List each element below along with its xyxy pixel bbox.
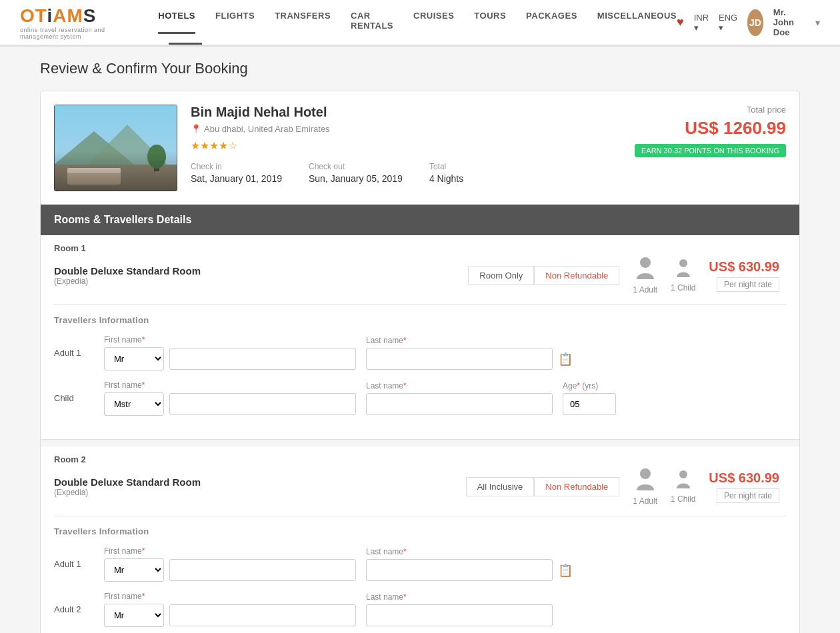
room-2-adult1-lastname-input[interactable] [366, 559, 553, 581]
svg-rect-6 [67, 168, 121, 173]
nav-links: HOTELS FLIGHTS TRANSFERS CAR RENTALS CRU… [158, 11, 677, 34]
room-1-block: Room 1 Double Deluxe Standard Room (Expe… [41, 235, 799, 440]
room-1-per-night: Per night rate [717, 277, 779, 292]
check-out: Check out Sun, January 05, 2019 [309, 162, 403, 184]
nav-cruises[interactable]: CRUISES [413, 11, 454, 34]
favorites-icon[interactable]: ♥ [677, 15, 684, 29]
svg-rect-5 [67, 168, 121, 185]
room-divider [41, 440, 799, 446]
room-2-provider: (Expedia) [54, 488, 459, 497]
user-name[interactable]: Mr. John Doe [773, 7, 805, 37]
svg-rect-3 [54, 165, 177, 191]
room-1-adult-label: 1 Adult [633, 285, 657, 295]
nav-tours[interactable]: TOURS [474, 11, 506, 34]
check-in-label: Check in [191, 162, 282, 171]
points-badge: EARN 30.32 POINTS ON THIS BOOKING [635, 144, 786, 157]
room-2-per-night: Per night rate [717, 488, 779, 503]
total-value: 4 Nights [429, 173, 463, 184]
paste-icon-2[interactable]: 📋 [558, 563, 573, 578]
svg-point-11 [640, 468, 651, 479]
room-2-label: Room 2 [54, 454, 86, 464]
room-2-adult2-firstname-input[interactable] [169, 604, 356, 626]
avatar: JD [747, 9, 763, 36]
price-label: Total price [635, 105, 786, 115]
room-1-child-title-select[interactable]: MstrMiss [104, 392, 164, 416]
room-2-travellers-title: Travellers Information [54, 526, 786, 536]
room-1-adult1-firstname-group: First name* MrMrsMs [104, 335, 356, 370]
room-2-child-icon [671, 470, 695, 494]
room-1-adult1-firstname-input[interactable] [169, 348, 356, 370]
hotel-price-block: Total price US$ 1260.99 EARN 30.32 POINT… [635, 105, 786, 157]
room-1-adult1-lastname-label: Last name* [366, 336, 573, 345]
room-2-adult1-label: Adult 1 [54, 559, 94, 569]
nav-transfers[interactable]: TRANSFERS [275, 11, 331, 34]
nav-right: ♥ INR ▾ ENG ▾ JD Mr. John Doe ▾ [677, 7, 820, 37]
room-2-adult1-firstname-input[interactable] [169, 559, 356, 581]
room-1-child-firstname-input[interactable] [169, 393, 356, 415]
nav-miscellaneous[interactable]: MISCELLANEOUS [597, 11, 677, 34]
room-2-occupancy: 1 Adult 1 Child [619, 468, 709, 506]
room-2-adult-icon [633, 468, 657, 496]
hotel-image [54, 105, 177, 191]
room-2-title-row: Room 2 [41, 446, 799, 464]
rooms-section-header: Rooms & Travellers Details [41, 205, 799, 235]
room-2-adult1-title-select[interactable]: MrMrsMs [104, 558, 164, 582]
room-2-price-block: US$ 630.99 Per night rate [709, 470, 786, 503]
hotel-dates: Check in Sat, January 01, 2019 Check out… [191, 162, 621, 184]
room-2-price: US$ 630.99 [709, 470, 779, 486]
room-2-adult-occupant: 1 Adult [633, 468, 657, 506]
total-nights: Total 4 Nights [429, 162, 463, 184]
room-2-meal-plan: All Inclusive [466, 477, 535, 496]
room-1-title-row: Room 1 [41, 235, 799, 253]
nav-active-indicator [169, 43, 202, 45]
room-1-adult1-lastname-group: Last name* 📋 [366, 336, 573, 370]
room-2-block: Room 2 Double Deluxe Standard Room (Expe… [41, 446, 799, 633]
room-2-adult1-lastname-group: Last name* 📋 [366, 547, 573, 581]
room-2-adult1-lastname-label: Last name* [366, 547, 573, 556]
booking-header: Bin Majid Nehal Hotel 📍 Abu dhabi, Unite… [41, 91, 799, 205]
room-2-adult2-title-select[interactable]: MrMrsMs [104, 604, 164, 627]
room-1-provider: (Expedia) [54, 277, 461, 286]
room-1-child-form-label: Child [54, 393, 94, 403]
main-content: Review & Confirm Your Booking [20, 47, 820, 633]
paste-icon-1[interactable]: 📋 [558, 352, 573, 366]
room-1-adult1-firstname-label: First name* [104, 335, 356, 344]
location-pin-icon: 📍 [191, 124, 201, 134]
room-2-adult2-label: Adult 2 [54, 604, 94, 614]
room-2-name-block: Double Deluxe Standard Room (Expedia) [54, 476, 459, 497]
room-1-occupancy: 1 Adult 1 Child [619, 257, 709, 295]
nav-hotels[interactable]: HOTELS [158, 11, 195, 34]
room-1-child-age-group: Age* (yrs) [563, 381, 616, 415]
room-2-adult1-firstname-label: First name* [104, 546, 356, 556]
room-2-adult1-row: Adult 1 First name* MrMrsMs Last name* [54, 546, 786, 582]
room-1-adult1-row: Adult 1 First name* MrMrsMs Last name* [54, 335, 786, 370]
currency-selector[interactable]: INR ▾ [694, 13, 709, 33]
user-dropdown-icon[interactable]: ▾ [815, 17, 820, 28]
room-1-tags: Room Only Non Refundable [468, 266, 619, 285]
room-2-tags: All Inclusive Non Refundable [466, 477, 620, 496]
room-1-adult1-title-select[interactable]: MrMrsMs [104, 347, 164, 370]
nav-packages[interactable]: PACKAGES [526, 11, 577, 34]
room-2-adult2-lastname-input[interactable] [366, 604, 553, 626]
child-icon [671, 259, 695, 283]
room-1-refund-policy: Non Refundable [534, 266, 619, 285]
room-1-child-lastname-group: Last name* [366, 381, 553, 415]
language-selector[interactable]: ENG ▾ [719, 13, 737, 33]
room-1-child-age-label: Age* (yrs) [563, 381, 616, 390]
svg-point-12 [679, 470, 687, 478]
room-1-child-age-input[interactable] [563, 393, 616, 415]
room-2-refund-policy: Non Refundable [534, 477, 619, 496]
nav-flights[interactable]: FLIGHTS [215, 11, 255, 34]
room-2-name: Double Deluxe Standard Room [54, 476, 459, 488]
navbar: OTiAMS online travel reservation and man… [0, 0, 840, 47]
room-1-price-block: US$ 630.99 Per night rate [709, 259, 786, 292]
hotel-name: Bin Majid Nehal Hotel [191, 105, 621, 120]
check-in: Check in Sat, January 01, 2019 [191, 162, 282, 184]
room-2-adult-label: 1 Adult [633, 496, 657, 506]
total-price: US$ 1260.99 [635, 118, 786, 139]
room-1-child-row: Child First name* MstrMiss Last name* [54, 380, 786, 416]
room-1-adult1-lastname-input[interactable] [366, 348, 553, 370]
svg-point-9 [640, 257, 651, 268]
room-1-child-lastname-input[interactable] [366, 393, 553, 415]
nav-car-rentals[interactable]: CAR RENTALS [351, 11, 393, 34]
